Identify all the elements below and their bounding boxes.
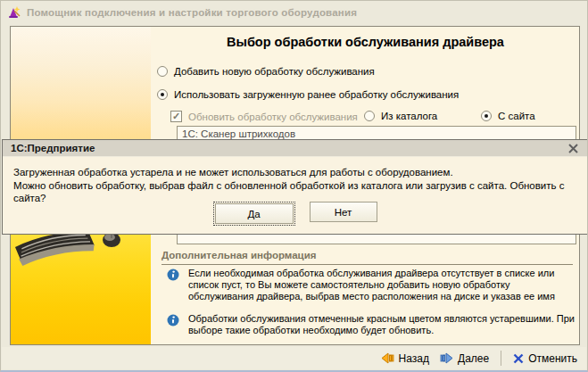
next-label: Далее <box>458 352 489 365</box>
window-title: Помощник подключения и настройки торгово… <box>27 7 357 18</box>
cancel-x-icon <box>513 353 524 364</box>
wizard-window: Помощник подключения и настройки торгово… <box>0 0 588 372</box>
radio-use-loaded[interactable]: Использовать загруженную ранее обработку… <box>157 89 459 100</box>
radio-circle-icon[interactable] <box>481 111 492 121</box>
radio-from-site-label: С сайта <box>498 111 535 121</box>
cancel-label: Отменить <box>528 352 577 365</box>
additional-info-header: Дополнительная информация <box>161 250 316 260</box>
yes-button[interactable]: Да <box>215 203 294 224</box>
next-arrow-icon <box>440 352 453 364</box>
modal-dialog: 1С:Предприятие Загруженная обработка уст… <box>2 139 588 235</box>
additional-info-divider <box>161 264 573 265</box>
radio-from-catalog[interactable]: Из каталога <box>364 111 437 121</box>
radio-from-catalog-label: Из каталога <box>381 111 437 121</box>
radio-add-new[interactable]: Добавить новую обработку обслуживания <box>157 66 375 77</box>
modal-close-button[interactable] <box>567 143 579 154</box>
back-arrow-icon <box>381 352 394 364</box>
yes-button-focus-ring: Да <box>213 202 295 226</box>
radio-circle-icon[interactable] <box>157 66 168 77</box>
checkbox-checked-icon[interactable]: ✓ <box>170 111 182 122</box>
modal-titlebar[interactable]: 1С:Предприятие <box>3 140 587 157</box>
modal-buttons: Да Нет <box>3 202 587 226</box>
info-note-2: Обработки обслуживания отмеченные красны… <box>188 313 575 336</box>
back-label: Назад <box>399 352 429 365</box>
checkbox-update-label: Обновить обработку обслуживания <box>188 112 358 122</box>
navbar-separator <box>501 351 501 366</box>
checkbox-update-processing[interactable]: ✓ Обновить обработку обслуживания <box>170 111 358 122</box>
window-titlebar[interactable]: Помощник подключения и настройки торгово… <box>1 1 587 23</box>
close-x-icon <box>567 143 579 154</box>
modal-message: Загруженная обработка устарела и не може… <box>13 166 587 205</box>
next-button[interactable]: Далее <box>440 352 489 365</box>
info-note-1: Если необходимая обработка обслуживания … <box>188 268 575 302</box>
radio-circle-icon[interactable] <box>157 89 168 100</box>
page-title: Выбор обработки обслуживания драйвера <box>151 35 580 49</box>
info-icon <box>167 269 179 285</box>
radio-from-site[interactable]: С сайта <box>481 111 535 121</box>
back-button[interactable]: Назад <box>381 352 429 365</box>
cancel-button[interactable]: Отменить <box>513 352 577 365</box>
wizard-navbar: Назад Далее Отменить <box>2 347 586 369</box>
radio-circle-icon[interactable] <box>364 111 375 121</box>
radio-use-loaded-label: Использовать загруженную ранее обработку… <box>174 89 459 100</box>
no-button[interactable]: Нет <box>310 202 377 222</box>
wizard-hat-icon <box>7 5 21 20</box>
radio-add-new-label: Добавить новую обработку обслуживания <box>174 66 375 77</box>
modal-title: 1С:Предприятие <box>11 143 95 153</box>
keyboard-mouse-graphic <box>11 227 151 280</box>
info-icon <box>167 314 179 330</box>
modal-message-line-1: Загруженная обработка устарела и не може… <box>13 166 587 179</box>
